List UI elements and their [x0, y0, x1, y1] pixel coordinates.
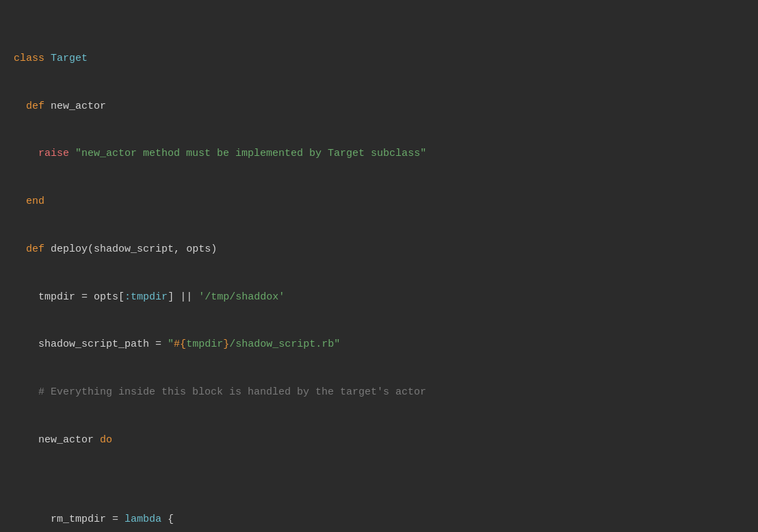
line-5: def deploy(shadow_script, opts): [14, 241, 758, 257]
line-3: raise "new_actor method must be implemen…: [14, 146, 758, 161]
line-9: new_actor do: [14, 432, 758, 448]
line-2: def new_actor: [14, 98, 758, 114]
code-editor: class Target def new_actor raise "new_ac…: [0, 0, 758, 532]
line-4: end: [14, 194, 758, 209]
line-8: # Everything inside this block is handle…: [14, 384, 758, 400]
line-1: class Target: [14, 51, 758, 66]
line-7: shadow_script_path = "#{tmpdir}/shadow_s…: [14, 336, 758, 352]
line-11: rm_tmpdir = lambda {: [14, 511, 758, 527]
line-6: tmpdir = opts[:tmpdir] || '/tmp/shaddox': [14, 289, 758, 305]
